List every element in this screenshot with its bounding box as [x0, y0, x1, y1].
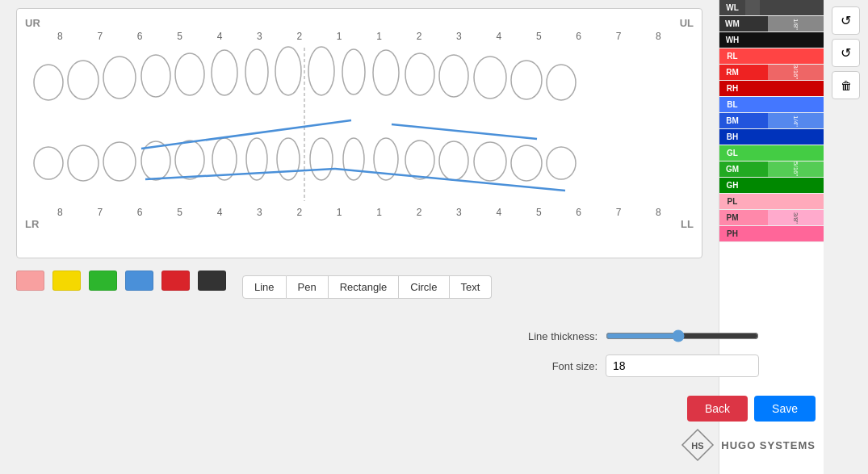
svg-point-24 [310, 138, 333, 180]
svg-point-15 [547, 65, 576, 100]
dental-panel: UR UL 8 7 6 5 4 3 2 1 1 2 3 4 5 6 7 8 [0, 0, 719, 474]
lower-right-label: LR [25, 218, 39, 230]
font-size-row: Font size: [509, 354, 816, 377]
legend-row-bl: BL [719, 97, 824, 113]
color-black[interactable] [198, 271, 226, 291]
svg-point-17 [68, 145, 99, 181]
settings-area: Line thickness: Font size: [509, 329, 816, 389]
back-button[interactable]: Back [687, 396, 748, 422]
upper-right-label: UR [25, 17, 40, 29]
legend-row-wh: WH [719, 32, 824, 48]
svg-point-7 [275, 47, 301, 95]
svg-point-28 [439, 141, 468, 180]
tool-circle[interactable]: Circle [399, 275, 449, 299]
annotation-line-lower [145, 169, 335, 179]
icon-buttons-panel: ↺ ↺ 🗑 [824, 0, 868, 474]
svg-point-13 [474, 57, 506, 99]
svg-point-10 [373, 50, 399, 95]
legend-row-pl: PL [719, 194, 824, 210]
line-thickness-row: Line thickness: [509, 329, 816, 342]
svg-point-4 [175, 53, 204, 95]
logo-diamond-icon: HS [681, 428, 715, 462]
lower-left-label: LL [681, 218, 694, 230]
tool-line[interactable]: Line [242, 275, 287, 299]
color-blue[interactable] [125, 271, 153, 291]
legend-row-wl: WL [719, 0, 824, 16]
svg-point-20 [175, 141, 204, 179]
line-thickness-slider[interactable] [606, 329, 759, 342]
svg-point-29 [474, 142, 506, 181]
svg-point-14 [511, 61, 542, 99]
svg-point-27 [405, 141, 434, 179]
legend-row-ph: PH [719, 226, 824, 242]
tool-pen[interactable]: Pen [287, 275, 329, 299]
legend-items: WL WM 1/8" WH RL RM [719, 0, 824, 242]
color-yellow[interactable] [52, 271, 81, 291]
color-green[interactable] [89, 271, 117, 291]
svg-point-6 [245, 49, 268, 94]
chart-area: UR UL 8 7 6 5 4 3 2 1 1 2 3 4 5 6 7 8 [16, 8, 702, 258]
legend-row-rh: RH [719, 81, 824, 97]
undo-button-2[interactable]: ↺ [832, 39, 860, 67]
svg-point-0 [34, 65, 63, 100]
svg-point-23 [277, 138, 300, 180]
tooth-numbers-bottom: 8 7 6 5 4 3 2 1 1 2 3 4 5 6 7 8 [25, 207, 694, 218]
delete-button[interactable]: 🗑 [832, 71, 860, 99]
legend-row-bm: BM 1/4" [719, 113, 824, 129]
teeth-drawing [25, 44, 694, 205]
legend-row-bh: BH [719, 129, 824, 145]
svg-point-12 [439, 55, 468, 97]
tool-text[interactable]: Text [450, 275, 493, 299]
svg-point-16 [34, 147, 63, 179]
font-size-label: Font size: [509, 360, 606, 372]
svg-point-9 [342, 49, 365, 94]
annotation-line-upper-right [392, 124, 537, 139]
annotation-line-upper [141, 120, 351, 149]
line-thickness-label: Line thickness: [509, 330, 606, 342]
svg-point-3 [141, 55, 170, 97]
bottom-quadrant-labels: LR LL [25, 218, 694, 230]
legend-row-rm: RM 3/16" [719, 65, 824, 81]
svg-point-18 [103, 142, 136, 181]
company-name: HUGO SYSTEMS [721, 439, 816, 451]
undo-button-1[interactable]: ↺ [832, 6, 860, 35]
color-swatches [16, 271, 226, 291]
svg-point-30 [511, 145, 542, 181]
legend-row-wm: WM 1/8" [719, 16, 824, 32]
svg-text:HS: HS [692, 441, 704, 451]
tool-rectangle[interactable]: Rectangle [329, 275, 400, 299]
tool-buttons: Line Pen Rectangle Circle Text [242, 275, 492, 299]
top-quadrant-labels: UR UL [25, 17, 694, 29]
color-pink[interactable] [16, 271, 44, 291]
svg-point-2 [103, 57, 136, 99]
color-red[interactable] [161, 271, 190, 291]
upper-left-label: UL [680, 17, 694, 29]
svg-point-8 [308, 47, 334, 95]
logo-area: HS HUGO SYSTEMS [681, 428, 816, 462]
font-size-input[interactable] [606, 354, 759, 377]
svg-point-5 [212, 50, 237, 95]
legend-row-pm: PM 3/8" [719, 210, 824, 226]
tooth-numbers-top: 8 7 6 5 4 3 2 1 1 2 3 4 5 6 7 8 [25, 31, 694, 42]
svg-point-25 [343, 138, 364, 180]
svg-point-1 [68, 61, 99, 99]
legend-row-gh: GH [719, 178, 824, 194]
legend-row-rl: RL [719, 48, 824, 65]
teeth-svg [25, 44, 694, 205]
legend-row-gl: GL [719, 145, 824, 161]
action-buttons: Back Save [687, 396, 816, 422]
svg-point-31 [547, 147, 576, 179]
svg-point-11 [405, 53, 434, 95]
save-button[interactable]: Save [754, 396, 816, 422]
legend-row-gm: GM 5/16" [719, 161, 824, 178]
